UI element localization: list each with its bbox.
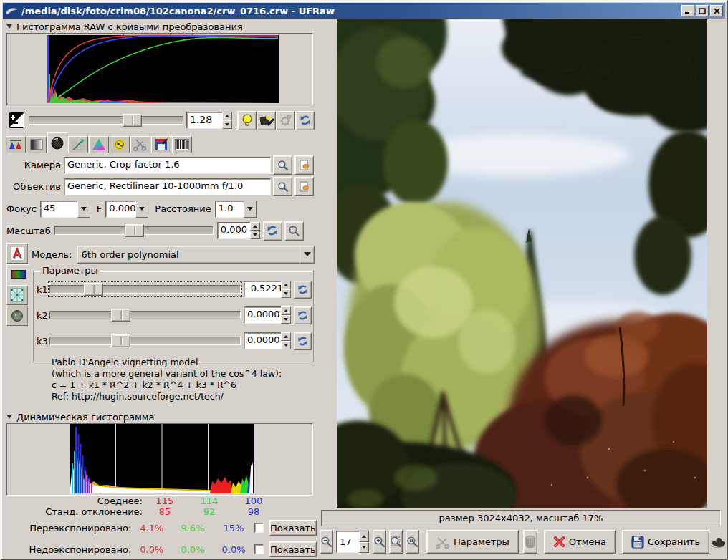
photo-preview[interactable] — [337, 19, 707, 508]
reset-k1-button[interactable] — [294, 281, 312, 299]
reset-scale-button[interactable] — [263, 221, 282, 241]
tab-color-management[interactable] — [89, 136, 109, 153]
dropdown-arrow-icon[interactable] — [135, 201, 148, 218]
k2-value[interactable]: 0.0000 — [244, 306, 281, 324]
spin-down[interactable] — [222, 120, 232, 129]
tab-white-balance[interactable] — [6, 136, 26, 153]
minimize-button[interactable] — [681, 5, 694, 16]
subtab-geometry[interactable] — [6, 306, 28, 326]
model-combo[interactable]: 6th order polynomial — [77, 246, 315, 264]
spin-down[interactable] — [281, 341, 291, 349]
raw-histogram-expander[interactable]: Гистограмма RAW с кривыми преобразования — [6, 21, 243, 32]
tab-save[interactable] — [151, 136, 171, 153]
spin-up[interactable] — [250, 222, 260, 231]
scale-spinbox[interactable]: 0.000 — [217, 222, 260, 239]
scale-slider[interactable] — [54, 224, 214, 237]
lens-apply-button[interactable] — [294, 177, 314, 196]
tab-exif[interactable] — [172, 136, 192, 153]
spin-down[interactable] — [359, 542, 369, 554]
dropdown-arrow-icon[interactable] — [300, 246, 314, 263]
k1-value[interactable]: -0.5221 — [244, 281, 281, 298]
overexposed-show-button[interactable]: Показать — [269, 520, 317, 536]
live-histogram-plot[interactable] — [7, 424, 311, 493]
k2-slider-thumb[interactable] — [111, 309, 130, 322]
tab-grayscale[interactable] — [27, 136, 47, 153]
tab-color-adjust[interactable] — [110, 136, 130, 153]
underexposed-green: 0.0% — [172, 544, 213, 555]
spin-down[interactable] — [250, 231, 260, 239]
overexposed-checkbox[interactable] — [254, 523, 264, 533]
camera-apply-button[interactable] — [294, 155, 314, 175]
tab-lens-corrections[interactable] — [47, 132, 67, 153]
k3-slider[interactable] — [49, 334, 241, 347]
spin-up[interactable] — [281, 281, 291, 289]
k1-slider-thumb[interactable] — [84, 283, 103, 296]
exposure-value[interactable]: 1.28 — [186, 112, 222, 129]
tab-base-curve[interactable] — [68, 136, 88, 153]
maximize-button[interactable] — [696, 5, 709, 16]
options-button[interactable]: Параметры — [426, 530, 519, 554]
zoom-value[interactable]: 17 — [336, 531, 359, 553]
titlebar[interactable]: /media/disk/foto/crim08/102canona2/crw_0… — [3, 3, 725, 19]
cancel-button[interactable]: Отмена — [544, 530, 616, 554]
lens-input[interactable]: Generic, Rectilinear 10-1000mm f/1.0 — [64, 178, 271, 195]
spin-up[interactable] — [281, 306, 291, 315]
save-button[interactable]: Сохранить — [622, 530, 709, 554]
focal-combo[interactable]: 45 — [40, 201, 90, 218]
underexposed-show-button[interactable]: Показать — [269, 541, 317, 557]
zoom-out-button[interactable] — [320, 530, 333, 554]
live-histogram-expander[interactable]: Динамическая гистограмма — [6, 411, 155, 423]
ufraw-duck-button[interactable] — [709, 530, 727, 554]
param-row-k3: k3 0.0000 — [37, 332, 312, 350]
dropdown-arrow-icon[interactable] — [77, 201, 90, 218]
reset-k2-button[interactable] — [294, 306, 312, 324]
focal-value[interactable]: 45 — [40, 201, 77, 218]
k2-slider[interactable] — [49, 309, 241, 322]
k1-spinbox[interactable]: -0.5221 — [244, 281, 291, 298]
spin-down[interactable] — [281, 315, 291, 324]
close-button[interactable] — [710, 5, 723, 16]
k3-spinbox[interactable]: 0.0000 — [244, 332, 291, 349]
raw-histogram-plot[interactable] — [7, 34, 311, 103]
delete-button[interactable] — [523, 530, 537, 554]
aperture-value[interactable]: 0.0000 — [105, 201, 135, 218]
zoom-spinbox[interactable]: 17 — [336, 531, 369, 553]
k3-value[interactable]: 0.0000 — [244, 332, 281, 349]
restore-highlights-button[interactable] — [257, 111, 276, 130]
camera-input[interactable]: Generic, Crop-factor 1.6 — [64, 157, 271, 174]
param-k1-label: k1 — [37, 284, 49, 295]
scale-slider-thumb[interactable] — [125, 224, 144, 237]
distance-value[interactable]: 1.0 — [215, 201, 244, 218]
auto-scale-button[interactable] — [284, 221, 304, 241]
tab-crop[interactable] — [130, 136, 150, 153]
options-tools-icon — [436, 536, 450, 549]
exposure-button[interactable] — [6, 110, 27, 130]
spin-down[interactable] — [281, 289, 291, 298]
exposure-slider[interactable] — [29, 114, 183, 127]
aperture-combo[interactable]: 0.0000 — [105, 201, 148, 218]
spin-up[interactable] — [281, 332, 291, 341]
underexposed-checkbox[interactable] — [254, 544, 264, 554]
spin-up[interactable] — [222, 112, 232, 120]
exposure-slider-thumb[interactable] — [123, 114, 142, 127]
zoom-fit-button[interactable] — [389, 530, 403, 554]
distance-combo[interactable]: 1.0 — [215, 201, 257, 218]
exposure-spinbox[interactable]: 1.28 — [186, 112, 232, 129]
subtab-distortion[interactable] — [6, 285, 28, 305]
lens-search-button[interactable] — [273, 177, 292, 196]
clip-highlights-button[interactable] — [276, 111, 295, 130]
spin-up[interactable] — [359, 531, 369, 542]
auto-exposure-button[interactable] — [237, 111, 257, 130]
subtab-tca[interactable] — [6, 243, 28, 264]
reset-exposure-button[interactable] — [295, 111, 315, 130]
k3-slider-thumb[interactable] — [111, 334, 130, 347]
reset-k3-button[interactable] — [294, 332, 312, 350]
k1-slider[interactable] — [49, 283, 241, 296]
camera-search-button[interactable] — [273, 155, 292, 175]
subtab-vignetting[interactable] — [6, 264, 30, 284]
zoom-in-button[interactable] — [373, 530, 386, 554]
k2-spinbox[interactable]: 0.0000 — [244, 306, 291, 324]
zoom-100-button[interactable] — [406, 530, 419, 554]
dropdown-arrow-icon[interactable] — [244, 201, 257, 218]
scale-value[interactable]: 0.000 — [217, 222, 250, 239]
